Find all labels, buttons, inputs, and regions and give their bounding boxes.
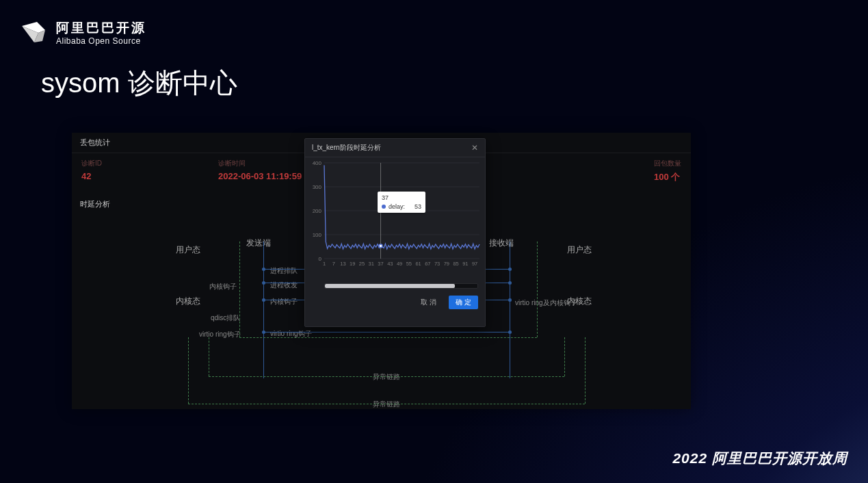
svg-text:7: 7 [332, 261, 335, 267]
stat-value: 100 个 [654, 171, 681, 183]
diagram-node: 进程排队 [270, 266, 298, 276]
svg-text:67: 67 [425, 261, 430, 267]
svg-text:37: 37 [378, 261, 383, 267]
stat-value: 42 [81, 171, 102, 181]
diagram-label-user-right: 用户态 [567, 244, 592, 256]
diagram-node: virtio ring钩子 [199, 330, 241, 339]
svg-text:43: 43 [387, 261, 393, 267]
tooltip-x: 37 [382, 194, 421, 203]
series-color-dot-icon [382, 205, 386, 209]
stat-value: 2022-06-03 11:19:59 [218, 171, 302, 181]
modal-title: l_tx_kern阶段时延分析 [312, 143, 381, 153]
alibaba-logo-icon [19, 19, 48, 48]
svg-text:61: 61 [415, 261, 421, 267]
svg-text:1: 1 [323, 261, 326, 267]
svg-point-28 [379, 244, 382, 248]
stat-item: 回包数量 100 个 [654, 159, 681, 183]
diagram-node: 异常链路 [373, 372, 400, 382]
svg-text:200: 200 [313, 208, 322, 214]
page-title: sysom 诊断中心 [41, 64, 237, 102]
brand-name-en: Alibaba Open Source [56, 36, 146, 46]
stat-item: 诊断ID 42 [81, 159, 102, 183]
svg-text:19: 19 [350, 261, 355, 267]
delay-line-chart[interactable]: 0100200300400171319253137434955616773798… [309, 160, 481, 290]
slide-footer: 2022 阿里巴巴开源开放周 [672, 449, 847, 468]
svg-text:97: 97 [472, 261, 477, 267]
svg-text:85: 85 [453, 261, 458, 267]
svg-text:100: 100 [313, 232, 322, 238]
stat-item: 诊断时间 2022-06-03 11:19:59 [218, 159, 302, 183]
chart-range-scrollbar[interactable] [324, 283, 478, 289]
cancel-button[interactable]: 取 消 [414, 296, 443, 309]
delay-chart-modal: l_tx_kern阶段时延分析 ✕ 0100200300400171319253… [304, 138, 486, 327]
chart-tooltip: 37 delay: 53 [378, 192, 425, 213]
diagram-node: 内核钩子 [209, 282, 237, 291]
svg-text:0: 0 [319, 256, 322, 262]
stat-label: 诊断时间 [218, 159, 302, 168]
diagram-node: 内核钩子 [270, 297, 298, 306]
diagram-label-sender: 发送端 [246, 237, 271, 249]
stat-label: 诊断ID [81, 159, 102, 168]
svg-text:79: 79 [444, 261, 449, 267]
scrollbar-thumb[interactable] [325, 284, 455, 288]
diagram-label-user-left: 用户态 [176, 244, 200, 256]
diagram-node: virtio ring及内核钩子 [515, 298, 577, 308]
brand-name-cn: 阿里巴巴开源 [56, 21, 146, 36]
svg-text:73: 73 [434, 261, 440, 267]
brand: 阿里巴巴开源 Alibaba Open Source [19, 19, 146, 48]
diagram-node: 异常链路 [373, 400, 400, 409]
svg-text:55: 55 [406, 261, 412, 267]
svg-text:13: 13 [340, 261, 345, 267]
tooltip-value: 53 [415, 203, 421, 211]
svg-text:25: 25 [359, 261, 365, 267]
svg-text:49: 49 [397, 261, 402, 267]
diagram-label-kernel-left: 内核态 [176, 296, 200, 307]
ok-button[interactable]: 确 定 [449, 296, 478, 309]
svg-text:400: 400 [313, 160, 322, 166]
close-icon[interactable]: ✕ [471, 143, 478, 153]
tooltip-series: delay: [389, 203, 405, 211]
svg-text:300: 300 [313, 184, 322, 190]
diagram-node: qdisc排队 [211, 313, 240, 323]
svg-text:91: 91 [462, 261, 468, 267]
stat-label: 回包数量 [654, 159, 681, 168]
svg-text:31: 31 [369, 261, 374, 267]
